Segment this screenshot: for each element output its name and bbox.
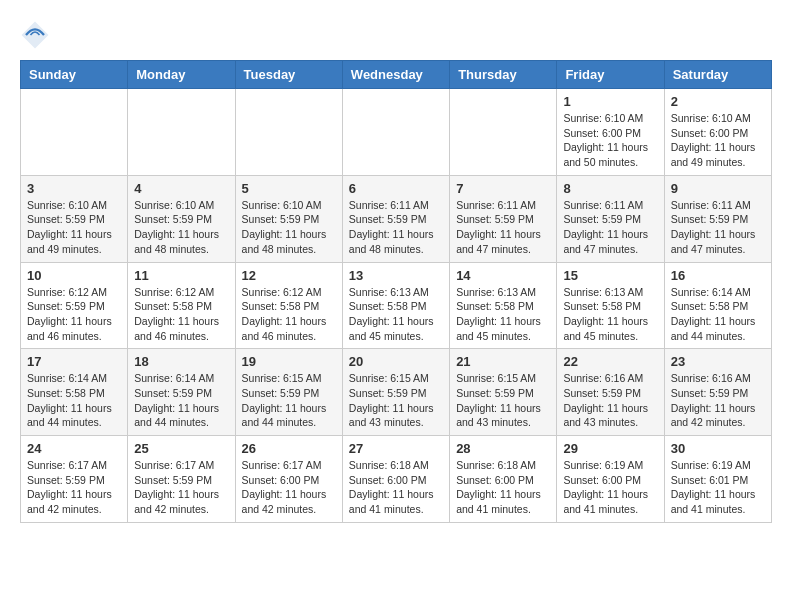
calendar-cell: 2Sunrise: 6:10 AM Sunset: 6:00 PM Daylig… bbox=[664, 89, 771, 176]
day-info: Sunrise: 6:10 AM Sunset: 5:59 PM Dayligh… bbox=[242, 198, 336, 257]
calendar-cell: 20Sunrise: 6:15 AM Sunset: 5:59 PM Dayli… bbox=[342, 349, 449, 436]
day-info: Sunrise: 6:13 AM Sunset: 5:58 PM Dayligh… bbox=[456, 285, 550, 344]
day-info: Sunrise: 6:19 AM Sunset: 6:01 PM Dayligh… bbox=[671, 458, 765, 517]
day-number: 24 bbox=[27, 441, 121, 456]
day-number: 2 bbox=[671, 94, 765, 109]
day-info: Sunrise: 6:19 AM Sunset: 6:00 PM Dayligh… bbox=[563, 458, 657, 517]
day-number: 16 bbox=[671, 268, 765, 283]
svg-marker-0 bbox=[22, 22, 49, 49]
day-info: Sunrise: 6:12 AM Sunset: 5:58 PM Dayligh… bbox=[242, 285, 336, 344]
calendar: SundayMondayTuesdayWednesdayThursdayFrid… bbox=[20, 60, 772, 523]
calendar-cell: 11Sunrise: 6:12 AM Sunset: 5:58 PM Dayli… bbox=[128, 262, 235, 349]
weekday-header-monday: Monday bbox=[128, 61, 235, 89]
weekday-header-row: SundayMondayTuesdayWednesdayThursdayFrid… bbox=[21, 61, 772, 89]
calendar-cell: 30Sunrise: 6:19 AM Sunset: 6:01 PM Dayli… bbox=[664, 436, 771, 523]
day-info: Sunrise: 6:10 AM Sunset: 6:00 PM Dayligh… bbox=[563, 111, 657, 170]
calendar-cell: 4Sunrise: 6:10 AM Sunset: 5:59 PM Daylig… bbox=[128, 175, 235, 262]
week-row-4: 17Sunrise: 6:14 AM Sunset: 5:58 PM Dayli… bbox=[21, 349, 772, 436]
day-info: Sunrise: 6:17 AM Sunset: 6:00 PM Dayligh… bbox=[242, 458, 336, 517]
day-info: Sunrise: 6:11 AM Sunset: 5:59 PM Dayligh… bbox=[563, 198, 657, 257]
day-number: 17 bbox=[27, 354, 121, 369]
day-info: Sunrise: 6:15 AM Sunset: 5:59 PM Dayligh… bbox=[242, 371, 336, 430]
weekday-header-saturday: Saturday bbox=[664, 61, 771, 89]
day-number: 23 bbox=[671, 354, 765, 369]
calendar-cell: 3Sunrise: 6:10 AM Sunset: 5:59 PM Daylig… bbox=[21, 175, 128, 262]
day-info: Sunrise: 6:11 AM Sunset: 5:59 PM Dayligh… bbox=[456, 198, 550, 257]
calendar-cell bbox=[450, 89, 557, 176]
header bbox=[20, 20, 772, 50]
calendar-cell: 16Sunrise: 6:14 AM Sunset: 5:58 PM Dayli… bbox=[664, 262, 771, 349]
calendar-cell: 1Sunrise: 6:10 AM Sunset: 6:00 PM Daylig… bbox=[557, 89, 664, 176]
day-number: 27 bbox=[349, 441, 443, 456]
calendar-cell bbox=[235, 89, 342, 176]
day-number: 11 bbox=[134, 268, 228, 283]
day-number: 13 bbox=[349, 268, 443, 283]
day-number: 25 bbox=[134, 441, 228, 456]
calendar-cell: 7Sunrise: 6:11 AM Sunset: 5:59 PM Daylig… bbox=[450, 175, 557, 262]
day-info: Sunrise: 6:10 AM Sunset: 5:59 PM Dayligh… bbox=[134, 198, 228, 257]
calendar-cell: 22Sunrise: 6:16 AM Sunset: 5:59 PM Dayli… bbox=[557, 349, 664, 436]
calendar-cell: 17Sunrise: 6:14 AM Sunset: 5:58 PM Dayli… bbox=[21, 349, 128, 436]
calendar-cell: 8Sunrise: 6:11 AM Sunset: 5:59 PM Daylig… bbox=[557, 175, 664, 262]
day-number: 26 bbox=[242, 441, 336, 456]
calendar-cell: 19Sunrise: 6:15 AM Sunset: 5:59 PM Dayli… bbox=[235, 349, 342, 436]
day-info: Sunrise: 6:13 AM Sunset: 5:58 PM Dayligh… bbox=[563, 285, 657, 344]
calendar-cell bbox=[342, 89, 449, 176]
calendar-cell: 21Sunrise: 6:15 AM Sunset: 5:59 PM Dayli… bbox=[450, 349, 557, 436]
day-number: 6 bbox=[349, 181, 443, 196]
calendar-cell bbox=[128, 89, 235, 176]
day-number: 7 bbox=[456, 181, 550, 196]
day-number: 1 bbox=[563, 94, 657, 109]
calendar-cell: 28Sunrise: 6:18 AM Sunset: 6:00 PM Dayli… bbox=[450, 436, 557, 523]
day-info: Sunrise: 6:15 AM Sunset: 5:59 PM Dayligh… bbox=[456, 371, 550, 430]
calendar-cell: 5Sunrise: 6:10 AM Sunset: 5:59 PM Daylig… bbox=[235, 175, 342, 262]
day-number: 10 bbox=[27, 268, 121, 283]
day-info: Sunrise: 6:14 AM Sunset: 5:59 PM Dayligh… bbox=[134, 371, 228, 430]
day-info: Sunrise: 6:14 AM Sunset: 5:58 PM Dayligh… bbox=[671, 285, 765, 344]
day-number: 14 bbox=[456, 268, 550, 283]
day-info: Sunrise: 6:17 AM Sunset: 5:59 PM Dayligh… bbox=[27, 458, 121, 517]
week-row-5: 24Sunrise: 6:17 AM Sunset: 5:59 PM Dayli… bbox=[21, 436, 772, 523]
day-info: Sunrise: 6:10 AM Sunset: 6:00 PM Dayligh… bbox=[671, 111, 765, 170]
week-row-3: 10Sunrise: 6:12 AM Sunset: 5:59 PM Dayli… bbox=[21, 262, 772, 349]
calendar-cell: 18Sunrise: 6:14 AM Sunset: 5:59 PM Dayli… bbox=[128, 349, 235, 436]
day-info: Sunrise: 6:11 AM Sunset: 5:59 PM Dayligh… bbox=[671, 198, 765, 257]
calendar-cell: 13Sunrise: 6:13 AM Sunset: 5:58 PM Dayli… bbox=[342, 262, 449, 349]
weekday-header-friday: Friday bbox=[557, 61, 664, 89]
day-info: Sunrise: 6:12 AM Sunset: 5:58 PM Dayligh… bbox=[134, 285, 228, 344]
logo bbox=[20, 20, 54, 50]
day-info: Sunrise: 6:13 AM Sunset: 5:58 PM Dayligh… bbox=[349, 285, 443, 344]
day-number: 20 bbox=[349, 354, 443, 369]
calendar-cell: 15Sunrise: 6:13 AM Sunset: 5:58 PM Dayli… bbox=[557, 262, 664, 349]
calendar-cell: 24Sunrise: 6:17 AM Sunset: 5:59 PM Dayli… bbox=[21, 436, 128, 523]
day-info: Sunrise: 6:18 AM Sunset: 6:00 PM Dayligh… bbox=[456, 458, 550, 517]
calendar-cell: 10Sunrise: 6:12 AM Sunset: 5:59 PM Dayli… bbox=[21, 262, 128, 349]
day-info: Sunrise: 6:16 AM Sunset: 5:59 PM Dayligh… bbox=[563, 371, 657, 430]
week-row-2: 3Sunrise: 6:10 AM Sunset: 5:59 PM Daylig… bbox=[21, 175, 772, 262]
calendar-cell: 29Sunrise: 6:19 AM Sunset: 6:00 PM Dayli… bbox=[557, 436, 664, 523]
calendar-cell: 12Sunrise: 6:12 AM Sunset: 5:58 PM Dayli… bbox=[235, 262, 342, 349]
day-info: Sunrise: 6:17 AM Sunset: 5:59 PM Dayligh… bbox=[134, 458, 228, 517]
day-number: 9 bbox=[671, 181, 765, 196]
calendar-cell: 25Sunrise: 6:17 AM Sunset: 5:59 PM Dayli… bbox=[128, 436, 235, 523]
calendar-cell: 23Sunrise: 6:16 AM Sunset: 5:59 PM Dayli… bbox=[664, 349, 771, 436]
day-number: 19 bbox=[242, 354, 336, 369]
weekday-header-wednesday: Wednesday bbox=[342, 61, 449, 89]
day-number: 22 bbox=[563, 354, 657, 369]
day-number: 18 bbox=[134, 354, 228, 369]
day-number: 28 bbox=[456, 441, 550, 456]
day-number: 8 bbox=[563, 181, 657, 196]
calendar-cell: 27Sunrise: 6:18 AM Sunset: 6:00 PM Dayli… bbox=[342, 436, 449, 523]
weekday-header-tuesday: Tuesday bbox=[235, 61, 342, 89]
day-number: 15 bbox=[563, 268, 657, 283]
day-number: 3 bbox=[27, 181, 121, 196]
day-number: 12 bbox=[242, 268, 336, 283]
day-number: 29 bbox=[563, 441, 657, 456]
day-info: Sunrise: 6:18 AM Sunset: 6:00 PM Dayligh… bbox=[349, 458, 443, 517]
day-number: 5 bbox=[242, 181, 336, 196]
calendar-cell: 26Sunrise: 6:17 AM Sunset: 6:00 PM Dayli… bbox=[235, 436, 342, 523]
calendar-cell: 14Sunrise: 6:13 AM Sunset: 5:58 PM Dayli… bbox=[450, 262, 557, 349]
day-number: 30 bbox=[671, 441, 765, 456]
calendar-cell: 9Sunrise: 6:11 AM Sunset: 5:59 PM Daylig… bbox=[664, 175, 771, 262]
week-row-1: 1Sunrise: 6:10 AM Sunset: 6:00 PM Daylig… bbox=[21, 89, 772, 176]
